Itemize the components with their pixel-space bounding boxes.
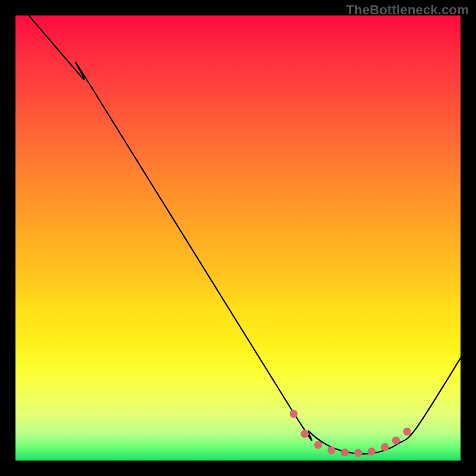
- marker-group: [290, 410, 411, 457]
- curve-marker: [290, 410, 298, 418]
- curve-layer: [15, 15, 461, 461]
- plot-area: [15, 15, 461, 461]
- curve-marker: [368, 447, 375, 455]
- curve-marker: [314, 441, 322, 449]
- watermark-label: TheBottleneck.com: [346, 2, 469, 18]
- curve-marker: [403, 428, 411, 436]
- curve-marker: [300, 430, 308, 437]
- bottleneck-curve: [29, 15, 461, 454]
- curve-marker: [354, 449, 362, 457]
- curve-marker: [392, 437, 400, 444]
- curve-marker: [381, 443, 389, 451]
- curve-marker: [327, 446, 335, 454]
- chart-frame: TheBottleneck.com: [0, 0, 476, 476]
- curve-marker: [341, 449, 349, 456]
